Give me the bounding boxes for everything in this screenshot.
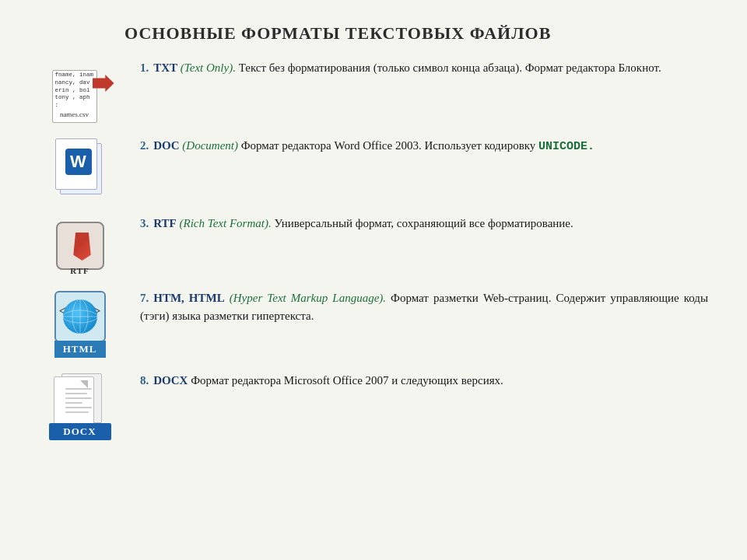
docx-lines [65, 388, 92, 416]
list-item: fname, inamnancy, daverin , boltony , ap… [39, 59, 708, 123]
docx-line [65, 393, 87, 394]
docx-line [65, 397, 92, 399]
item-text: Текст без форматирования (только символ … [236, 61, 661, 74]
icon-area-doc: W [39, 137, 121, 201]
list-item: RTF 3.RTF (Rich Text Format). Универсаль… [39, 215, 708, 275]
list-item: < > HTML [39, 289, 708, 358]
icon-area-docx: DOCX [39, 372, 121, 440]
rtf-icon: RTF [52, 216, 108, 275]
docx-line [65, 388, 92, 390]
format-desc: (Hyper Text Markup Language). [230, 292, 386, 304]
csv-text: fname, inamnancy, daverin , boltony , ap… [55, 72, 94, 110]
format-name: RTF [153, 217, 176, 229]
docx-banner: DOCX [49, 423, 111, 440]
docx-fold [80, 380, 88, 388]
item-number: 1. [140, 61, 149, 74]
format-name: HTM, HTML [153, 292, 224, 304]
file-front: W [55, 138, 97, 190]
doc-description: 2.DOC (Document) Формат редактора Word O… [140, 137, 708, 156]
rtf-pen [72, 233, 93, 261]
rtf-description: 3.RTF (Rich Text Format). Универсальный … [140, 215, 708, 233]
docx-file-front [54, 376, 94, 426]
docx-line [65, 402, 82, 404]
item-text: Универсальный формат, сохраняющий все фо… [272, 217, 573, 229]
format-name: DOC [153, 139, 179, 152]
item-number: 3. [140, 217, 149, 229]
unicode-text: UNICODE. [538, 140, 594, 153]
format-name: TXT [153, 61, 177, 74]
doc-icon: W [52, 138, 108, 201]
icon-area-txt: fname, inamnancy, daverin , boltony , ap… [39, 59, 121, 123]
item-text: Формат редактора Word Office 2003. Испол… [238, 139, 538, 152]
format-list: fname, inamnancy, daverin , boltony , ap… [39, 59, 708, 440]
item-number: 2. [140, 139, 149, 152]
list-item: DOCX 8.DOCX Формат редактора Microsoft O… [39, 372, 708, 440]
word-w-logo: W [65, 149, 92, 175]
format-desc: (Rich Text Format). [179, 217, 271, 229]
item-number: 8. [140, 374, 149, 387]
csv-icon: fname, inamnancy, daverin , boltony , ap… [52, 61, 108, 123]
docx-line [65, 407, 92, 408]
rtf-box [56, 222, 104, 270]
rtf-label: RTF [52, 266, 108, 275]
item-text: Формат редактора Microsoft Office 2007 и… [188, 374, 503, 387]
html-icon: < > HTML [51, 291, 110, 358]
docx-description: 8.DOCX Формат редактора Microsoft Office… [140, 372, 708, 390]
csv-filename: names.csv [52, 110, 97, 118]
item-number: 7. [140, 292, 149, 304]
icon-area-rtf: RTF [39, 215, 121, 275]
txt-description: 1.TXT (Text Only). Текст без форматирова… [140, 59, 708, 77]
format-name: DOCX [153, 374, 188, 387]
list-item: W 2.DOC (Document) Формат редактора Word… [39, 137, 708, 201]
format-desc: (Document) [182, 139, 238, 152]
html-globe [63, 299, 97, 334]
page: ОСНОВНЫЕ ФОРМАТЫ ТЕКСТОВЫХ ФАЙЛОВ fname,… [0, 0, 747, 560]
globe-svg [63, 299, 97, 334]
docx-icon: DOCX [49, 373, 111, 440]
docx-line [65, 411, 89, 413]
html-label: HTML [54, 341, 106, 358]
html-description: 7.HTM, HTML (Hyper Text Markup Language)… [140, 289, 708, 326]
html-box: < > [54, 291, 106, 342]
format-desc: (Text Only). [181, 61, 236, 74]
item-text: Формат разметки Web-страниц. Содержит уп… [140, 292, 708, 322]
page-title: ОСНОВНЫЕ ФОРМАТЫ ТЕКСТОВЫХ ФАЙЛОВ [124, 23, 708, 44]
icon-area-html: < > HTML [39, 289, 121, 358]
